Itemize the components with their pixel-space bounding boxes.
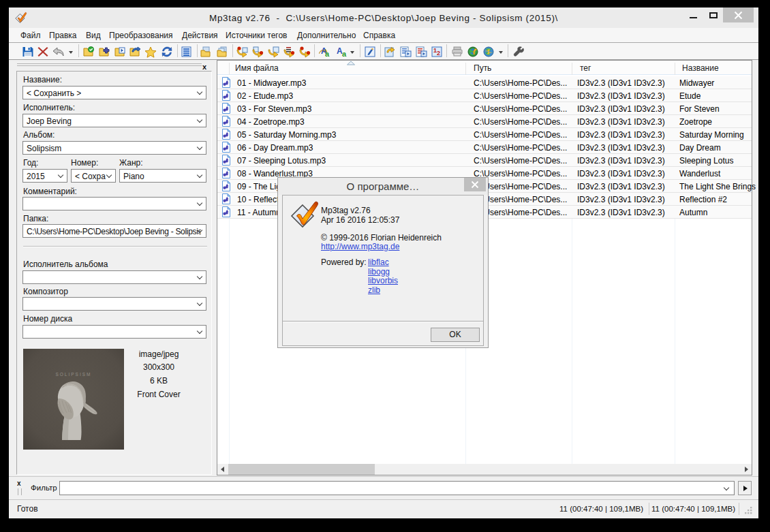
svg-text:2: 2 (437, 50, 440, 57)
svg-text:a: a (325, 50, 330, 58)
svg-text:a: a (342, 50, 347, 58)
svg-text:SOLIPSISM: SOLIPSISM (55, 372, 91, 377)
